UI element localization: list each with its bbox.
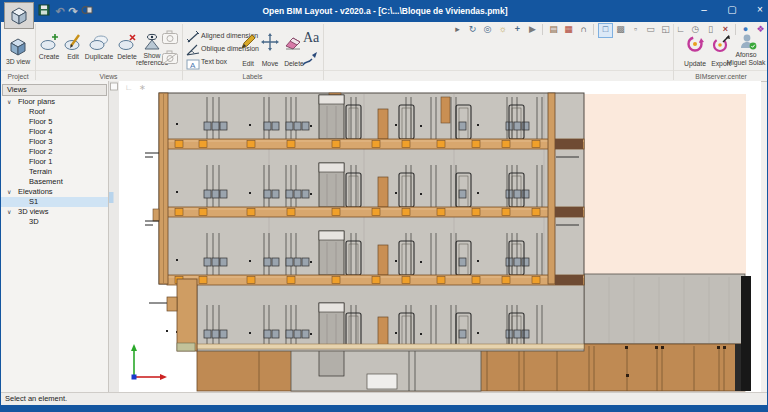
user-avatar-icon bbox=[739, 32, 757, 50]
views-panel: Views ∨ Floor plans Roof Floor 5 Floor 4… bbox=[1, 81, 109, 392]
views-group-label: Views bbox=[35, 73, 182, 80]
eraser-icon bbox=[284, 33, 302, 51]
camera-icon bbox=[161, 30, 179, 46]
user-name-line2: Miguel Solak bbox=[723, 59, 768, 66]
pointer-icon[interactable]: ▶ bbox=[526, 23, 539, 36]
chevron-down-icon[interactable]: ∨ bbox=[7, 187, 11, 197]
tree-item-floor4[interactable]: Floor 4 bbox=[1, 127, 108, 137]
tree-item-3d[interactable]: 3D bbox=[1, 217, 108, 227]
app-window: Open BIM Layout - v2020.a - [C:\...\Bloq… bbox=[0, 0, 768, 412]
tree-group-3d-views[interactable]: ∨ 3D views bbox=[1, 207, 108, 217]
save-icon[interactable] bbox=[37, 4, 51, 18]
section-cut-plane bbox=[584, 94, 746, 274]
edit-label-button[interactable] bbox=[239, 33, 257, 51]
left-pier bbox=[149, 279, 197, 351]
tree-item-floor1[interactable]: Floor 1 bbox=[1, 157, 108, 167]
views-panel-header[interactable]: Views bbox=[2, 84, 107, 96]
tree-group-elevations[interactable]: ∨ Elevations bbox=[1, 187, 108, 197]
chevron-down-icon[interactable]: ∨ bbox=[7, 207, 11, 217]
layers-icon[interactable]: ▤ bbox=[547, 23, 560, 36]
edit-view-button[interactable] bbox=[63, 32, 83, 52]
select-arrow-icon[interactable]: ▸ bbox=[451, 23, 464, 36]
close-button[interactable]: × bbox=[747, 0, 768, 20]
delete-view-icon bbox=[117, 32, 137, 52]
update-button[interactable] bbox=[686, 35, 704, 53]
view-3d-label[interactable]: 3D view bbox=[1, 58, 35, 65]
group-separator bbox=[182, 24, 183, 80]
project-group-label: Project bbox=[1, 73, 35, 80]
frame-tool-icon[interactable]: □ bbox=[598, 23, 613, 38]
delete-view-button[interactable] bbox=[117, 32, 137, 52]
delete-label-button[interactable] bbox=[284, 33, 302, 51]
text-box-label[interactable]: Text box bbox=[201, 57, 227, 66]
signature-icon bbox=[301, 51, 319, 69]
text-box-button[interactable]: A bbox=[186, 56, 200, 67]
tree-item-floor5[interactable]: Floor 5 bbox=[1, 117, 108, 127]
oblique-dimension-button[interactable] bbox=[185, 43, 200, 56]
sun-icon[interactable]: ☼ bbox=[496, 23, 509, 36]
corner-icon[interactable]: ◱ bbox=[659, 23, 672, 36]
tree-item-floor2[interactable]: Floor 2 bbox=[1, 147, 108, 157]
right-dark-strip2 bbox=[735, 344, 741, 391]
ground-storey-wall bbox=[197, 284, 584, 351]
ribbon: ▸ ↻ ◎ ☼ + ▶ ▤ ▦ ∩ □ ▩ ▫ ▭ ◱ ∟ ◷ ▯ × ● ❖ … bbox=[1, 22, 768, 82]
update-icon bbox=[686, 35, 704, 53]
tree-item-roof[interactable]: Roof bbox=[1, 107, 108, 117]
redo-icon[interactable]: ↷ bbox=[66, 4, 80, 18]
font-style-button[interactable]: Aa bbox=[303, 30, 319, 46]
text-box-icon: A bbox=[186, 59, 200, 70]
bimserver-group-label: BIMserver.center bbox=[673, 73, 768, 80]
new-window-icon[interactable] bbox=[80, 4, 94, 18]
group-separator bbox=[323, 24, 324, 80]
dimension-icon[interactable]: ▭ bbox=[644, 23, 657, 36]
show-references-button[interactable] bbox=[142, 31, 162, 51]
create-view-button[interactable] bbox=[39, 32, 59, 52]
camera-alt-button[interactable] bbox=[161, 50, 179, 66]
roof-stub2 bbox=[441, 97, 450, 123]
canvas-corner-tool-icon[interactable]: ∟ bbox=[125, 83, 133, 92]
move-label-button[interactable] bbox=[261, 33, 279, 51]
camera-alt-icon bbox=[161, 50, 179, 66]
axis-gizmo bbox=[131, 344, 167, 380]
undo-icon[interactable]: ↶ bbox=[53, 4, 67, 18]
duplicate-view-label[interactable]: Duplicate bbox=[81, 53, 117, 60]
table-icon[interactable]: ▦ bbox=[562, 23, 575, 36]
pan-icon[interactable]: + bbox=[511, 23, 524, 36]
canvas-corner-tool2-icon[interactable]: ∗ bbox=[139, 83, 146, 92]
create-view-icon bbox=[39, 32, 59, 52]
section-drawing: ∟ ∗ bbox=[109, 81, 761, 392]
app-menu-button[interactable] bbox=[4, 2, 34, 29]
maximize-button[interactable]: ▢ bbox=[719, 0, 745, 20]
tree-group-floor-plans[interactable]: ∨ Floor plans bbox=[1, 97, 108, 107]
status-text: Select an element. bbox=[5, 394, 67, 403]
tree-item-terrain[interactable]: Terrain bbox=[1, 167, 108, 177]
aligned-dimension-button[interactable] bbox=[186, 30, 200, 43]
orbit-icon[interactable]: ↻ bbox=[466, 23, 479, 36]
labels-group-label: Labels bbox=[182, 73, 323, 80]
tree-item-floor3[interactable]: Floor 3 bbox=[1, 137, 108, 147]
camera-button[interactable] bbox=[161, 30, 179, 46]
grid-icon[interactable]: ▩ bbox=[614, 23, 627, 36]
toolbar-separator bbox=[735, 24, 736, 35]
signature-button[interactable] bbox=[301, 51, 319, 69]
window-title: Open BIM Layout - v2020.a - [C:\...\Bloq… bbox=[1, 0, 768, 22]
view-3d-button[interactable] bbox=[8, 37, 28, 57]
canvas-side-strip bbox=[109, 81, 119, 392]
pencil-icon bbox=[239, 33, 257, 51]
tree-item-s1-selected[interactable]: S1 bbox=[1, 197, 108, 207]
cube-3d-icon bbox=[8, 37, 28, 57]
group-separator bbox=[673, 24, 674, 80]
user-account-button[interactable] bbox=[739, 32, 757, 50]
tree-item-basement[interactable]: Basement bbox=[1, 177, 108, 187]
point-icon[interactable]: ▫ bbox=[629, 23, 642, 36]
svg-text:A: A bbox=[190, 61, 196, 70]
minimize-button[interactable]: – bbox=[691, 0, 717, 20]
magnet-icon[interactable]: ∩ bbox=[577, 23, 590, 36]
move-icon bbox=[261, 33, 279, 51]
toolbar-separator bbox=[542, 24, 543, 35]
duplicate-view-button[interactable] bbox=[89, 32, 109, 52]
lower-wing bbox=[584, 274, 745, 344]
chevron-down-icon[interactable]: ∨ bbox=[7, 97, 11, 107]
zoom-icon[interactable]: ◎ bbox=[481, 23, 494, 36]
drawing-canvas[interactable]: ∟ ∗ bbox=[109, 81, 761, 392]
